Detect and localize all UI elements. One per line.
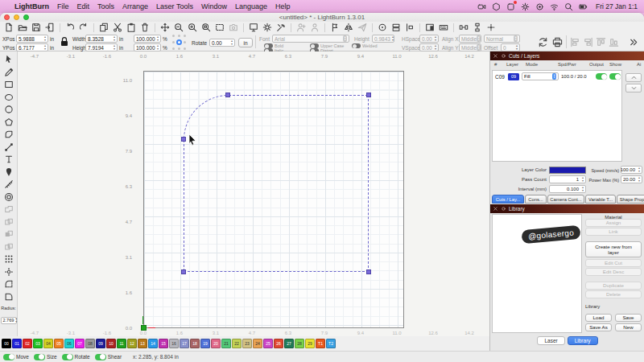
select-tool-icon[interactable] (3, 54, 14, 65)
palette-chip-02[interactable]: 02 (23, 339, 32, 348)
palette-chip-18[interactable]: 18 (190, 339, 200, 348)
palette-chip-10[interactable]: 10 (106, 339, 116, 348)
shape-node[interactable] (181, 137, 186, 142)
file-new-icon[interactable] (3, 23, 14, 33)
wifi-icon[interactable] (550, 2, 559, 11)
vspace-field[interactable]: 0.00 (419, 43, 439, 51)
float-panel-icon[interactable] (501, 206, 506, 212)
anchor-center[interactable] (176, 39, 182, 45)
frame-selection-icon[interactable] (214, 23, 225, 33)
close-icon[interactable] (493, 206, 498, 212)
palette-chip-07[interactable]: 07 (75, 339, 85, 348)
pass-count-field[interactable]: 1 (549, 175, 586, 183)
power-max-field[interactable]: 20.00 (621, 175, 642, 183)
text-tool-icon[interactable] (3, 154, 14, 165)
boolean-subtract-tool-icon[interactable] (3, 228, 14, 240)
delete-icon[interactable] (139, 23, 151, 33)
measure-tool-icon[interactable] (3, 179, 14, 190)
palette-chip-22[interactable]: 22 (232, 339, 242, 348)
settings-icon[interactable] (262, 23, 273, 33)
units-button[interactable]: in (238, 38, 253, 47)
palette-chip-11[interactable]: 11 (117, 339, 126, 348)
menu-file[interactable]: File (57, 2, 69, 10)
window-dock-icon[interactable] (424, 23, 436, 33)
rotate-field[interactable]: 0.00 (209, 39, 235, 47)
selected-shape[interactable] (184, 95, 369, 272)
palette-chip-14[interactable]: 14 (148, 339, 158, 348)
palette-chip-01[interactable]: 01 (12, 339, 22, 348)
menu-language[interactable]: Language (235, 2, 267, 10)
radius-field[interactable]: 2.769 (1, 317, 17, 324)
palette-chip-00[interactable]: 00 (2, 339, 11, 348)
palette-chip-27[interactable]: 27 (284, 339, 294, 348)
align-right-icon[interactable] (583, 37, 594, 48)
edit-canvas[interactable]: -4.7-3.1-1.60.01.63.14.76.37.99.411.012.… (18, 51, 489, 336)
text-style-select[interactable]: Normal (484, 35, 520, 43)
corner-radius-tool-alt-icon[interactable] (3, 291, 14, 302)
palette-chip-13[interactable]: 13 (138, 339, 147, 348)
paste-icon[interactable] (126, 23, 137, 33)
edit-desc-button[interactable]: Edit Desc (585, 268, 642, 276)
boolean-union-tool-icon[interactable] (3, 216, 14, 228)
palette-chip-23[interactable]: 23 (242, 339, 252, 348)
welded-toggle[interactable] (352, 43, 361, 48)
tab-library[interactable]: Library (568, 336, 598, 345)
distribute-v-icon[interactable] (472, 23, 483, 33)
tab-variable-t[interactable]: Variable T... (585, 195, 616, 204)
align-x-select[interactable]: Middle (459, 35, 481, 43)
tab-camera-cont[interactable]: Camera Cont... (547, 195, 584, 204)
library-titlebar[interactable]: Library (490, 204, 644, 213)
tab-laser[interactable]: Laser (537, 336, 564, 345)
zoom-to-frame-icon[interactable] (200, 23, 212, 33)
palette-chip-26[interactable]: 26 (274, 339, 283, 348)
align-bottom-icon[interactable] (609, 37, 620, 48)
layer-color-swatch[interactable] (549, 167, 586, 174)
boolean-intersect-tool-icon[interactable] (3, 241, 14, 253)
palette-chip-15[interactable]: 15 (159, 339, 168, 348)
draw-lines-tool-icon[interactable] (3, 67, 14, 78)
weld-tool-icon[interactable] (3, 204, 14, 215)
cuts-layers-titlebar[interactable]: Cuts / Layers (490, 51, 644, 60)
user-icon[interactable] (309, 23, 320, 33)
speed-field[interactable]: 100.00 (621, 166, 642, 174)
tab-shape-properti[interactable]: Shape Properti... (617, 195, 644, 204)
save-button[interactable]: Save (615, 314, 642, 322)
delete-button[interactable]: Delete (585, 290, 642, 298)
toolbar-overflow-icon[interactable] (628, 37, 639, 48)
shape-node[interactable] (366, 269, 371, 274)
zoom-in-icon[interactable] (187, 23, 198, 33)
shape-node[interactable] (366, 93, 371, 97)
device-settings-icon[interactable] (275, 23, 287, 33)
palette-chip-03[interactable]: 03 (33, 339, 43, 348)
menu-window[interactable]: Window (201, 2, 227, 10)
size-switch[interactable] (34, 354, 45, 360)
layer-row[interactable]: C09 09 Fill 100.0 / 20.0 (493, 72, 621, 81)
preview-window-icon[interactable] (248, 23, 259, 33)
layers-panel-icon[interactable] (390, 23, 402, 33)
palette-chip-t1[interactable]: T1 (316, 339, 325, 348)
align-y-select[interactable]: Middle (459, 43, 481, 51)
font-family-select[interactable]: Arial (272, 35, 349, 43)
hspace-field[interactable]: 0.00 (419, 35, 439, 43)
sync-device-icon[interactable] (538, 37, 549, 48)
mirror-icon[interactable] (343, 23, 354, 33)
edit-nodes-tool-icon[interactable] (3, 142, 14, 153)
menu-help[interactable]: Help (275, 2, 291, 10)
rectangle-tool-icon[interactable] (3, 79, 14, 90)
move-switch[interactable] (3, 354, 14, 360)
material-list[interactable]: @golasergo (492, 214, 582, 333)
xpos-field[interactable]: 5.9888 (16, 35, 48, 43)
scale-width-field[interactable]: 100.000 (134, 35, 161, 43)
file-open-icon[interactable] (17, 23, 28, 33)
layer-color-chip[interactable]: 09 (508, 73, 519, 80)
menu-arrange[interactable]: Arrange (122, 2, 148, 10)
corner-radius-tool-icon[interactable] (3, 278, 14, 290)
edit-cut-button[interactable]: Edit Cut (585, 259, 642, 267)
palette-chip-16[interactable]: 16 (169, 339, 179, 348)
offset-field[interactable]: 0 (501, 43, 520, 51)
close-icon[interactable] (493, 53, 498, 59)
palette-chip-25[interactable]: 25 (263, 339, 273, 348)
battery-icon[interactable] (579, 2, 588, 11)
width-field[interactable]: 8.3528 (85, 35, 118, 43)
palette-chip-12[interactable]: 12 (127, 339, 137, 348)
